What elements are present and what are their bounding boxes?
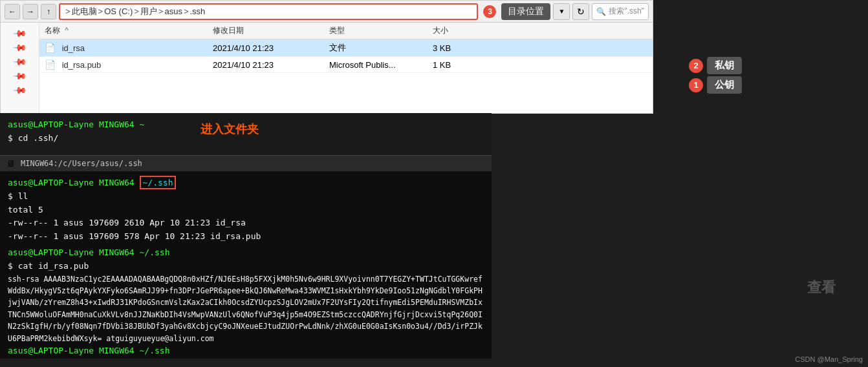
addr-part-5: .ssh xyxy=(190,6,206,16)
col-header-type: 类型 xyxy=(329,25,433,36)
addr-sep: > xyxy=(65,6,71,16)
file-type: Microsoft Publis... xyxy=(329,60,433,70)
watermark: CSDN @Man_Spring xyxy=(795,355,863,363)
pin-icon-5: 📌 xyxy=(12,82,27,97)
t2-line-6: asus@LAPTOP-Layne MINGW64 ~/.ssh xyxy=(8,246,484,260)
addr-sep4: > xyxy=(158,6,164,16)
t2-line-9: asus@LAPTOP-Layne MINGW64 ~/.ssh xyxy=(8,344,484,358)
file-icon: 📄 xyxy=(45,59,56,70)
addr-sep2: > xyxy=(98,6,103,16)
back-button[interactable]: ← xyxy=(5,4,20,19)
t2-total: total 5 xyxy=(8,205,43,215)
terminal-block: asus@LAPTOP-Layne MINGW64 ~/.ssh $ ll to… xyxy=(8,176,484,359)
file-name-text: id_rsa.pub xyxy=(62,60,102,70)
sort-arrow: ^ xyxy=(65,26,69,35)
t2-prompt1-path: ~/.ssh xyxy=(140,176,177,189)
t2-ll: $ ll xyxy=(8,191,28,201)
public-key-label: 公钥 xyxy=(707,76,742,94)
t2-line-7: $ cat id_rsa.pub xyxy=(8,260,484,273)
up-button[interactable]: ↑ xyxy=(41,4,56,19)
search-icon: 🔍 xyxy=(596,7,606,16)
t2-line-10: $ xyxy=(8,358,484,359)
addr-sep5: > xyxy=(184,6,189,16)
file-list: 📌 📌 📌 📌 📌 名称 ^ 修改日期 类型 大小 📄 id_rsa xyxy=(1,23,653,113)
pin-icon-3: 📌 xyxy=(12,54,27,68)
public-key-annotation: 1 公钥 xyxy=(689,76,742,94)
view-label: 查看 xyxy=(807,278,836,297)
file-table: 名称 ^ 修改日期 类型 大小 📄 id_rsa 2021/4/10 21:23… xyxy=(39,23,653,113)
col-header-date: 修改日期 xyxy=(213,25,329,36)
terminal-2: asus@LAPTOP-Layne MINGW64 ~/.ssh $ ll to… xyxy=(0,171,492,359)
address-badge: 3 xyxy=(483,5,496,18)
search-placeholder: 搜索".ssh" xyxy=(609,6,644,17)
addr-part-1: 此电脑 xyxy=(72,6,97,17)
t2-prompt3: asus@LAPTOP-Layne MINGW64 ~/.ssh xyxy=(8,346,169,355)
t2-line-5: -rw--r-- 1 asus 197609 578 Apr 10 21:23 … xyxy=(8,230,484,244)
enter-folder-label: 进入文件夹 xyxy=(201,121,259,137)
terminal-title: MINGW64:/c/Users/asus/.ssh xyxy=(21,159,142,168)
file-name-cell: 📄 id_rsa xyxy=(45,43,213,53)
addr-sep3: > xyxy=(134,6,139,16)
file-size: 1 KB xyxy=(433,60,484,70)
file-type: 文件 xyxy=(329,42,433,54)
public-key-badge: 1 xyxy=(689,78,703,92)
addr-part-2: OS (C:) xyxy=(104,6,133,16)
pin-icon-2: 📌 xyxy=(12,39,27,54)
refresh-button[interactable]: ↻ xyxy=(572,3,589,20)
col-header-name[interactable]: 名称 ^ xyxy=(45,25,213,36)
t2-file1: -rw--r-- 1 asus 197609 2610 Apr 10 21:23… xyxy=(8,218,246,227)
file-icon: 📄 xyxy=(45,43,56,53)
private-key-annotation: 2 私钥 xyxy=(689,57,742,74)
terminal-2-titlebar: 🖥 MINGW64:/c/Users/asus/.ssh xyxy=(0,155,492,171)
t2-prompt1-user: asus@LAPTOP-Layne MINGW64 xyxy=(8,178,140,187)
address-bar[interactable]: > 此电脑 > OS (C:) > 用户 > asus > .ssh xyxy=(59,3,478,20)
t2-line-1: asus@LAPTOP-Layne MINGW64 ~/.ssh xyxy=(8,176,484,190)
t2-line-2: $ ll xyxy=(8,190,484,204)
t2-prompt2: asus@LAPTOP-Layne MINGW64 ~/.ssh xyxy=(8,247,169,257)
dropdown-button[interactable]: ▼ xyxy=(553,3,570,20)
file-size: 3 KB xyxy=(433,43,484,53)
file-date: 2021/4/10 21:23 xyxy=(213,60,329,70)
term-cmd: $ cd .ssh/ xyxy=(8,133,58,143)
term-prompt-green: asus@LAPTOP-Layne MINGW64 ~ xyxy=(8,120,144,129)
sidebar-nav: 📌 📌 📌 📌 📌 xyxy=(1,23,39,113)
explorer-toolbar: ← → ↑ > 此电脑 > OS (C:) > 用户 > asus > .ssh… xyxy=(1,1,653,23)
pubkey-content: ssh-rsa AAAAB3NzaC1yc2EAAAADAQABAABgQDQ8… xyxy=(8,275,483,343)
t2-line-3: total 5 xyxy=(8,204,484,217)
file-name-text: id_rsa xyxy=(62,43,85,53)
t2-file2: -rw--r-- 1 asus 197609 578 Apr 10 21:23 … xyxy=(8,231,261,241)
t2-cat: $ cat id_rsa.pub xyxy=(8,261,89,271)
pin-icon-1: 📌 xyxy=(12,25,27,40)
addr-part-3: 用户 xyxy=(140,6,157,17)
file-date: 2021/4/10 21:23 xyxy=(213,43,329,53)
private-key-badge: 2 xyxy=(689,59,703,73)
table-row[interactable]: 📄 id_rsa 2021/4/10 21:23 文件 3 KB xyxy=(39,39,653,57)
pin-icon-4: 📌 xyxy=(12,68,27,83)
private-key-label: 私钥 xyxy=(707,57,742,74)
directory-tooltip: 目录位置 xyxy=(501,3,550,20)
search-box[interactable]: 🔍 搜索".ssh" xyxy=(592,3,649,20)
forward-button[interactable]: → xyxy=(23,4,38,19)
file-table-header: 名称 ^ 修改日期 类型 大小 xyxy=(39,23,653,39)
addr-part-4: asus xyxy=(164,6,182,16)
file-name-cell: 📄 id_rsa.pub xyxy=(45,59,213,70)
toolbar-right: ▼ ↻ 🔍 搜索".ssh" xyxy=(553,3,649,20)
t2-line-4: -rw--r-- 1 asus 197609 2610 Apr 10 21:23… xyxy=(8,216,484,230)
col-header-size: 大小 xyxy=(433,25,484,36)
table-row[interactable]: 📄 id_rsa.pub 2021/4/10 21:23 Microsoft P… xyxy=(39,57,653,73)
t2-pubkey: ssh-rsa AAAAB3NzaC1yc2EAAAADAQABAABgQDQ8… xyxy=(8,273,484,344)
file-explorer: ← → ↑ > 此电脑 > OS (C:) > 用户 > asus > .ssh… xyxy=(0,0,653,114)
terminal-icon: 🖥 xyxy=(6,158,16,169)
